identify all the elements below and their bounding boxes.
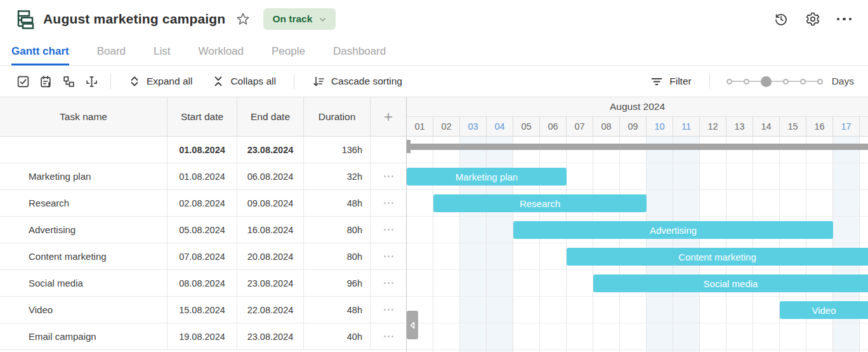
dot [388,175,390,177]
cell-duration[interactable]: 40h [304,323,371,349]
cell-start-date[interactable]: 08.08.2024 [168,270,237,296]
cell-duration[interactable]: 48h [304,190,371,216]
row-menu-button[interactable] [371,243,406,269]
cell-end-date[interactable]: 23.08.2024 [237,323,304,349]
collapse-all-button[interactable]: Collaps all [202,71,286,92]
zoom-slider-dot-4[interactable] [783,79,789,85]
critical-path-icon[interactable] [57,71,80,92]
bulk-select-icon[interactable] [11,71,34,92]
zoom-slider[interactable] [727,76,823,87]
row-menu-button[interactable] [371,217,406,243]
more-icon[interactable] [837,18,852,21]
cell-start-date[interactable]: 15.08.2024 [168,297,237,323]
baseline-icon[interactable] [80,71,103,92]
cell-task-name[interactable]: Marketing plan [0,163,168,189]
day-header-cell-09: 09 [620,117,647,136]
table-row-content-marketing[interactable]: Content marketing07.08.202420.08.202480h [0,243,406,270]
tab-board[interactable]: Board [97,38,126,65]
day-header-cell-10: 10 [647,117,673,136]
cell-task-name[interactable] [0,137,168,163]
cascade-sorting-button[interactable]: Cascade sorting [302,71,412,92]
cell-end-date[interactable]: 16.08.2024 [237,217,304,243]
zoom-slider-dot-1[interactable] [727,79,732,85]
task-bar-research[interactable]: Research [433,194,647,212]
tab-people[interactable]: People [272,38,305,65]
cell-end-date[interactable]: 23.08.2024 [237,137,304,163]
tab-workload[interactable]: Workload [199,38,244,65]
cell-task-name[interactable]: Advertising [0,217,168,243]
row-menu-button[interactable] [371,297,406,323]
tab-gantt-chart[interactable]: Gantt chart [11,38,69,65]
cell-duration[interactable]: 136h [304,137,371,163]
cell-task-name[interactable]: Content marketing [0,243,168,269]
task-bar-content-marketing[interactable]: Content marketing [567,248,868,266]
day-header-cell-06: 06 [540,117,567,136]
tab-list[interactable]: List [154,38,170,65]
dot [388,202,390,204]
collapse-grid-handle[interactable] [407,311,418,339]
task-bar-video[interactable]: Video [780,301,868,319]
table-row-advertising[interactable]: Advertising05.08.202416.08.202480h [0,217,406,243]
day-header-cell-15: 15 [780,117,806,136]
row-menu-icon [384,309,393,311]
cell-task-name[interactable]: Video [0,297,168,323]
settings-icon[interactable] [805,11,820,27]
filter-icon [650,76,663,87]
app-logo-icon[interactable] [14,9,34,29]
cell-duration[interactable]: 80h [304,217,371,243]
cell-task-name[interactable]: Social media [0,270,168,296]
zoom-slider-dot-6[interactable] [817,79,823,85]
cell-duration[interactable]: 32h [304,163,371,189]
cell-task-name[interactable]: Email campaign [0,323,168,349]
zoom-slider-dot-5[interactable] [800,79,806,85]
cell-duration[interactable]: 96h [304,270,371,296]
cell-end-date[interactable]: 09.08.2024 [237,190,304,216]
zoom-slider-dot-2[interactable] [744,79,749,85]
row-menu-button[interactable] [371,323,406,349]
add-column-button[interactable]: + [371,97,406,136]
dot [384,202,386,204]
star-icon[interactable] [235,11,251,27]
cell-start-date[interactable]: 01.08.2024 [168,137,237,163]
dot [391,309,393,311]
row-menu-icon [384,255,393,257]
table-row-video[interactable]: Video15.08.202422.08.202448h [0,297,406,323]
table-row-summary[interactable]: 01.08.202423.08.2024136h [0,137,406,163]
status-badge[interactable]: On track [263,8,336,30]
tab-dashboard[interactable]: Dashboard [333,38,386,65]
row-menu-button[interactable] [371,190,406,216]
task-bar-label: Research [433,194,647,212]
cell-task-name[interactable]: Research [0,190,168,216]
task-bar-social-media[interactable]: Social media [593,274,868,292]
timeline-day-header: 0102030405060708091011121314151617 [407,117,868,137]
cell-start-date[interactable]: 02.08.2024 [168,190,237,216]
row-menu-icon [384,335,393,337]
cell-start-date[interactable]: 19.08.2024 [168,323,237,349]
cell-duration[interactable]: 48h [304,297,371,323]
grid-rows: 01.08.202423.08.2024136hMarketing plan01… [0,137,406,350]
dot [384,175,386,177]
table-row-social-media[interactable]: Social media08.08.202423.08.202496h [0,270,406,297]
table-row-email-campaign[interactable]: Email campaign19.08.202423.08.202440h [0,323,406,350]
cell-end-date[interactable]: 23.08.2024 [237,270,304,296]
cell-start-date[interactable]: 07.08.2024 [168,243,237,269]
cell-end-date[interactable]: 22.08.2024 [237,297,304,323]
cell-duration[interactable]: 80h [304,243,371,269]
zoom-slider-dot-3[interactable] [761,76,772,87]
cell-start-date[interactable]: 05.08.2024 [168,217,237,243]
task-bar-advertising[interactable]: Advertising [513,221,833,239]
cell-end-date[interactable]: 06.08.2024 [237,163,304,189]
table-row-research[interactable]: Research02.08.202409.08.202448h [0,190,406,217]
cell-start-date[interactable]: 01.08.2024 [168,163,237,189]
filter-button[interactable]: Filter [640,71,701,92]
overdue-tasks-icon[interactable] [34,71,57,92]
row-menu-button[interactable] [371,270,406,296]
task-bar-marketing-plan[interactable]: Marketing plan [407,168,567,186]
row-menu-button[interactable] [371,163,406,189]
cell-end-date[interactable]: 20.08.2024 [237,243,304,269]
dot [388,309,390,311]
collapse-all-icon [213,75,224,88]
expand-all-button[interactable]: Expand all [119,71,202,92]
table-row-marketing-plan[interactable]: Marketing plan01.08.202406.08.202432h [0,163,406,190]
history-icon[interactable] [773,11,789,27]
